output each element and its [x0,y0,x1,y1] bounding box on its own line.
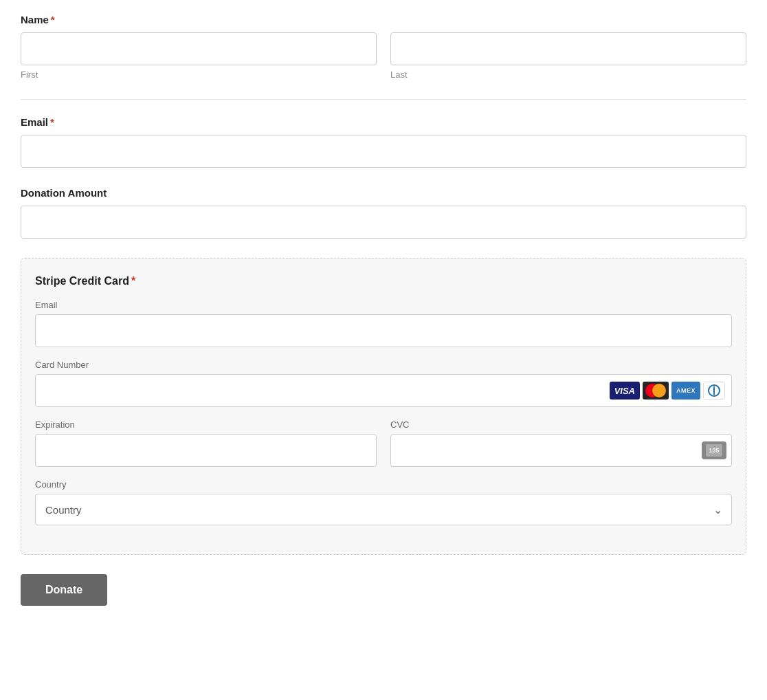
first-name-col: First [21,32,377,80]
card-number-label: Card Number [35,360,732,370]
card-number-wrapper: VISA AMEX [35,374,732,407]
country-field: Country Country United States Canada Uni… [35,479,732,525]
cvc-input[interactable] [390,434,732,467]
first-name-input[interactable] [21,32,377,65]
donation-amount-label: Donation Amount [21,187,746,199]
name-required: * [51,14,55,25]
cvc-col: CVC 135 [390,419,732,467]
donation-amount-input[interactable]: 0.00 [21,206,746,239]
expiration-col: Expiration [35,419,377,467]
stripe-email-label: Email [35,300,732,310]
exp-cvc-row: Expiration CVC 135 [35,419,732,467]
stripe-section-title: Stripe Credit Card* [35,275,732,287]
cvc-badge-inner: 135 [706,444,722,457]
name-section: Name* First Last [21,14,746,80]
last-name-input[interactable] [390,32,746,65]
mc-circle-right [652,384,666,397]
country-select-wrapper: Country United States Canada United King… [35,494,732,525]
diners-icon [703,382,725,400]
cvc-wrapper: 135 [390,434,732,467]
card-icons: VISA AMEX [610,382,725,400]
email-section: Email* [21,116,746,168]
donation-amount-section: Donation Amount 0.00 [21,187,746,239]
expiration-input[interactable] [35,434,377,467]
country-label: Country [35,479,732,490]
visa-icon: VISA [610,382,640,400]
last-name-col: Last [390,32,746,80]
stripe-email-field: Email [35,300,732,347]
cvc-badge: 135 [702,441,726,459]
stripe-required: * [131,275,135,287]
stripe-credit-card-section: Stripe Credit Card* Email Card Number VI… [21,258,746,555]
email-label: Email* [21,116,746,128]
email-input[interactable] [21,135,746,168]
last-sublabel: Last [390,69,746,80]
name-row: First Last [21,32,746,80]
email-required: * [50,116,54,128]
first-sublabel: First [21,69,377,80]
donate-button[interactable]: Donate [21,574,107,606]
amex-icon: AMEX [671,382,700,400]
diners-line [713,386,715,395]
card-number-field: Card Number VISA AMEX [35,360,732,407]
name-label: Name* [21,14,746,25]
diners-inner [708,384,720,397]
mastercard-icon [643,382,669,400]
divider-1 [21,99,746,100]
country-select[interactable]: Country United States Canada United King… [35,494,732,525]
cvc-label: CVC [390,419,732,430]
stripe-email-input[interactable] [35,314,732,347]
expiration-label: Expiration [35,419,377,430]
